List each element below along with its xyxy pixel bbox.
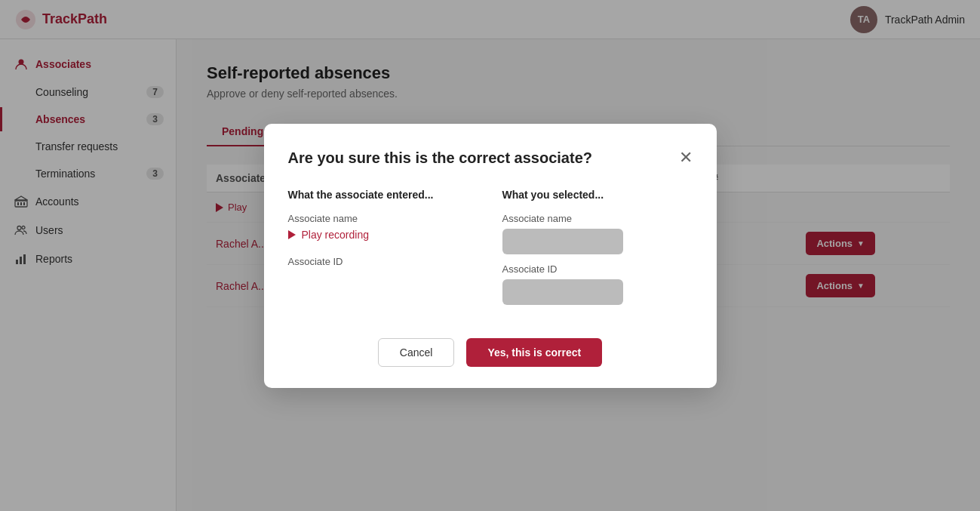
close-button[interactable]: ✕ (679, 148, 693, 168)
play-triangle-modal-icon (288, 230, 296, 239)
play-recording-text: Play recording (302, 229, 370, 241)
play-recording-button[interactable]: Play recording (288, 229, 478, 241)
modal-footer: Cancel Yes, this is correct (288, 338, 693, 367)
associate-name-label-right: Associate name (502, 213, 693, 224)
cancel-button[interactable]: Cancel (378, 338, 455, 367)
associate-id-label-right: Associate ID (502, 263, 693, 275)
modal-right-heading: What you selected... (502, 189, 693, 201)
modal-left-heading: What the associate entered... (288, 189, 478, 201)
associate-id-label-left: Associate ID (288, 256, 478, 267)
associate-name-label-left: Associate name (288, 213, 478, 224)
modal-right-col: What you selected... Associate name Asso… (502, 189, 693, 314)
associate-name-value (502, 229, 623, 254)
modal-body: What the associate entered... Associate … (288, 189, 693, 314)
modal-left-col: What the associate entered... Associate … (288, 189, 478, 314)
modal-overlay: Are you sure this is the correct associa… (177, 39, 980, 511)
modal-header: Are you sure this is the correct associa… (288, 148, 693, 168)
confirmation-modal: Are you sure this is the correct associa… (264, 124, 717, 388)
confirm-button[interactable]: Yes, this is correct (466, 338, 602, 367)
main-content: Self-reported absences Approve or deny s… (177, 39, 980, 511)
modal-title: Are you sure this is the correct associa… (288, 148, 593, 168)
associate-id-value (502, 279, 623, 305)
